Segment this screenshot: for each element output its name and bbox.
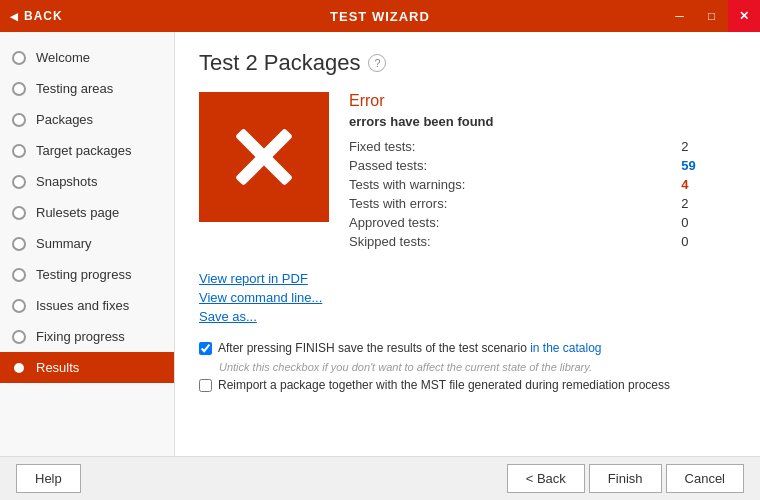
content-area: Test 2 Packages ? Error errors have been… bbox=[175, 32, 760, 456]
error-x-icon bbox=[229, 122, 299, 192]
cancel-button[interactable]: Cancel bbox=[666, 464, 744, 493]
footer-nav-buttons: < Back Finish Cancel bbox=[507, 464, 744, 493]
window-title: TEST WIZARD bbox=[330, 9, 430, 24]
sidebar-circle bbox=[12, 299, 26, 313]
maximize-button[interactable]: □ bbox=[696, 0, 728, 32]
sidebar-circle bbox=[12, 113, 26, 127]
back-nav-button[interactable]: < Back bbox=[507, 464, 585, 493]
reimport-label: Reimport a package together with the MST… bbox=[218, 377, 670, 394]
sidebar-circle bbox=[12, 268, 26, 282]
checkbox-section: After pressing FINISH save the results o… bbox=[199, 340, 736, 394]
stats-table: Fixed tests:2Passed tests:59Tests with w… bbox=[349, 137, 736, 251]
sidebar-item-label: Packages bbox=[36, 112, 93, 127]
main-layout: WelcomeTesting areasPackagesTarget packa… bbox=[0, 32, 760, 456]
stat-value: 2 bbox=[673, 137, 736, 156]
sidebar-circle bbox=[12, 237, 26, 251]
sidebar: WelcomeTesting areasPackagesTarget packa… bbox=[0, 32, 175, 456]
sidebar-item-label: Testing areas bbox=[36, 81, 113, 96]
stat-label: Tests with warnings: bbox=[349, 175, 673, 194]
hint-text: Untick this checkbox if you don't want t… bbox=[219, 361, 736, 373]
minimize-button[interactable]: ─ bbox=[664, 0, 696, 32]
sidebar-circle bbox=[12, 51, 26, 65]
sidebar-circle bbox=[12, 144, 26, 158]
stat-label: Approved tests: bbox=[349, 213, 673, 232]
sidebar-item-label: Rulesets page bbox=[36, 205, 119, 220]
sidebar-circle bbox=[12, 82, 26, 96]
sidebar-circle bbox=[12, 330, 26, 344]
link-save-as[interactable]: Save as... bbox=[199, 309, 736, 324]
stat-value: 0 bbox=[673, 232, 736, 251]
page-title: Test 2 Packages bbox=[199, 50, 360, 76]
sidebar-item-label: Target packages bbox=[36, 143, 131, 158]
error-details: Error errors have been found Fixed tests… bbox=[349, 92, 736, 251]
in-catalog-text: in the catalog bbox=[530, 341, 601, 355]
sidebar-item-label: Fixing progress bbox=[36, 329, 125, 344]
sidebar-item-target-packages[interactable]: Target packages bbox=[0, 135, 174, 166]
sidebar-item-rulesets-page[interactable]: Rulesets page bbox=[0, 197, 174, 228]
link-view-pdf[interactable]: View report in PDF bbox=[199, 271, 736, 286]
sidebar-item-label: Snapshots bbox=[36, 174, 97, 189]
page-title-container: Test 2 Packages ? bbox=[199, 50, 736, 76]
sidebar-item-testing-areas[interactable]: Testing areas bbox=[0, 73, 174, 104]
stat-value: 59 bbox=[673, 156, 736, 175]
stat-label: Fixed tests: bbox=[349, 137, 673, 156]
footer: Help < Back Finish Cancel bbox=[0, 456, 760, 500]
stat-label: Tests with errors: bbox=[349, 194, 673, 213]
save-results-checkbox[interactable] bbox=[199, 342, 212, 355]
stat-value: 4 bbox=[673, 175, 736, 194]
error-icon-box bbox=[199, 92, 329, 222]
sidebar-item-fixing-progress[interactable]: Fixing progress bbox=[0, 321, 174, 352]
sidebar-item-issues-and-fixes[interactable]: Issues and fixes bbox=[0, 290, 174, 321]
finish-button[interactable]: Finish bbox=[589, 464, 662, 493]
window-controls: ─ □ ✕ bbox=[664, 0, 760, 32]
help-button[interactable]: Help bbox=[16, 464, 81, 493]
sidebar-circle bbox=[12, 206, 26, 220]
sidebar-item-label: Welcome bbox=[36, 50, 90, 65]
sidebar-item-testing-progress[interactable]: Testing progress bbox=[0, 259, 174, 290]
close-button[interactable]: ✕ bbox=[728, 0, 760, 32]
links-section: View report in PDFView command line...Sa… bbox=[199, 271, 736, 324]
stat-value: 2 bbox=[673, 194, 736, 213]
sidebar-item-welcome[interactable]: Welcome bbox=[0, 42, 174, 73]
save-results-row: After pressing FINISH save the results o… bbox=[199, 340, 736, 357]
sidebar-item-packages[interactable]: Packages bbox=[0, 104, 174, 135]
reimport-checkbox[interactable] bbox=[199, 379, 212, 392]
sidebar-circle bbox=[12, 361, 26, 375]
error-title: Error bbox=[349, 92, 736, 110]
sidebar-item-label: Issues and fixes bbox=[36, 298, 129, 313]
sidebar-item-results[interactable]: Results bbox=[0, 352, 174, 383]
sidebar-item-label: Results bbox=[36, 360, 79, 375]
stat-value: 0 bbox=[673, 213, 736, 232]
reimport-row: Reimport a package together with the MST… bbox=[199, 377, 736, 394]
error-subtitle: errors have been found bbox=[349, 114, 736, 129]
sidebar-item-summary[interactable]: Summary bbox=[0, 228, 174, 259]
stat-label: Skipped tests: bbox=[349, 232, 673, 251]
error-section: Error errors have been found Fixed tests… bbox=[199, 92, 736, 251]
help-icon[interactable]: ? bbox=[368, 54, 386, 72]
sidebar-item-label: Testing progress bbox=[36, 267, 131, 282]
save-results-label: After pressing FINISH save the results o… bbox=[218, 340, 602, 357]
link-view-cmd[interactable]: View command line... bbox=[199, 290, 736, 305]
sidebar-circle bbox=[12, 175, 26, 189]
sidebar-item-label: Summary bbox=[36, 236, 92, 251]
sidebar-item-snapshots[interactable]: Snapshots bbox=[0, 166, 174, 197]
back-button[interactable]: BACK bbox=[10, 9, 63, 23]
title-bar: BACK TEST WIZARD ─ □ ✕ bbox=[0, 0, 760, 32]
stat-label: Passed tests: bbox=[349, 156, 673, 175]
